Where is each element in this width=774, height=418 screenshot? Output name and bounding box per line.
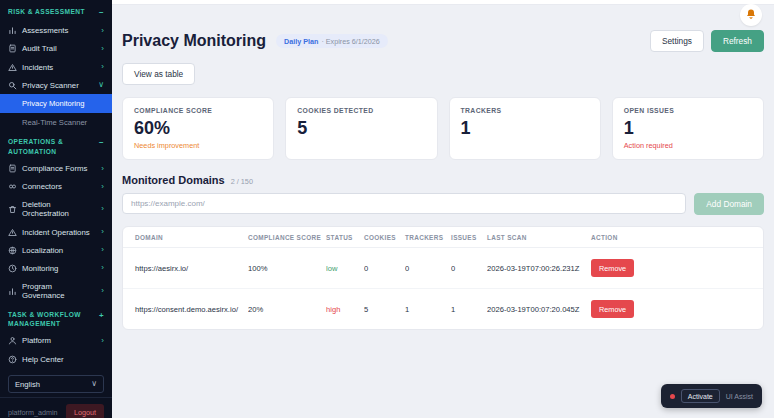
sidebar-footer: platform_admin Logout <box>0 397 112 418</box>
settings-button[interactable]: Settings <box>650 30 704 52</box>
sidebar-item-localization[interactable]: Localization › <box>0 241 112 259</box>
sidebar-item-assessments[interactable]: Assessments › <box>0 22 112 40</box>
section-task-workflow: TASK & WORKFLOW MANAGEMENT + <box>0 305 112 332</box>
page-header: Privacy Monitoring Daily Plan · Expires … <box>122 30 764 52</box>
card-value: 5 <box>297 118 425 139</box>
table-row: https://aesirx.io/ 100% low 0 0 0 2026-0… <box>123 248 763 289</box>
app-root: RISK & ASSESSMENT − Assessments › Audit … <box>0 0 774 418</box>
clock-icon <box>8 264 17 273</box>
sidebar-item-incident-operations[interactable]: Incident Operations › <box>0 223 112 241</box>
collapse-icon[interactable]: − <box>99 7 104 19</box>
sidebar-item-incidents[interactable]: Incidents › <box>0 58 112 76</box>
plan-badge: Daily Plan · Expires 6/1/2026 <box>276 34 388 48</box>
cell-cookies: 5 <box>364 294 405 325</box>
trackers-card: TRACKERS 1 <box>449 97 601 160</box>
sidebar-subitem-privacy-monitoring[interactable]: Privacy Monitoring <box>0 94 112 113</box>
link-icon <box>8 182 17 191</box>
bar-chart-icon <box>8 287 17 296</box>
question-circle-icon <box>8 355 17 364</box>
activate-button[interactable]: Activate <box>681 389 720 403</box>
cell-issues: 1 <box>451 294 487 325</box>
sidebar-item-audit-trail[interactable]: Audit Trail › <box>0 40 112 58</box>
warning-triangle-icon <box>8 63 17 72</box>
chevron-right-icon: › <box>101 264 104 272</box>
add-domain-row: Add Domain <box>122 193 764 215</box>
col-last-scan: LAST SCAN <box>487 227 591 247</box>
compliance-score-card: COMPLIANCE SCORE 60% Needs improvement <box>122 97 274 160</box>
sidebar-item-compliance-forms[interactable]: Compliance Forms › <box>0 159 112 177</box>
chevron-right-icon: › <box>101 63 104 71</box>
section-risk-assessment: RISK & ASSESSMENT − <box>0 2 112 22</box>
monitored-domains-title: Monitored Domains <box>122 174 225 186</box>
status-badge: low <box>326 253 364 284</box>
trash-icon <box>8 205 17 214</box>
add-domain-button[interactable]: Add Domain <box>694 193 764 215</box>
card-value: 1 <box>461 118 589 139</box>
chevron-right-icon: › <box>101 246 104 254</box>
logout-button[interactable]: Logout <box>66 404 104 418</box>
person-icon <box>8 336 17 345</box>
sidebar-item-platform[interactable]: Platform › <box>0 332 112 350</box>
cell-last-scan: 2026-03-19T00:07:20.045Z <box>487 294 591 325</box>
sidebar-item-label: Connectors <box>22 182 62 191</box>
card-note: Needs improvement <box>134 141 262 150</box>
col-domain: DOMAIN <box>123 227 248 247</box>
username: platform_admin <box>8 408 58 417</box>
monitored-domains-header: Monitored Domains 2 / 150 <box>122 174 764 186</box>
status-badge: high <box>326 294 364 325</box>
sidebar-item-label: Localization <box>22 246 63 255</box>
collapse-icon[interactable]: − <box>99 137 104 149</box>
chevron-right-icon: › <box>101 165 104 173</box>
sidebar-item-connectors[interactable]: Connectors › <box>0 178 112 196</box>
chevron-right-icon: › <box>101 27 104 35</box>
header-actions: Settings Refresh <box>650 30 764 52</box>
col-compliance-score: COMPLIANCE SCORE <box>248 227 326 247</box>
cell-trackers: 1 <box>405 294 451 325</box>
chevron-right-icon: › <box>101 183 104 191</box>
open-issues-card: OPEN ISSUES 1 Action required <box>612 97 764 160</box>
sidebar-subitem-real-time-scanner[interactable]: Real-Time Scanner <box>0 113 112 132</box>
globe-icon <box>8 246 17 255</box>
remove-domain-button[interactable]: Remove <box>591 259 634 277</box>
sidebar-item-program-governance[interactable]: Program Governance › <box>0 278 112 305</box>
language-select[interactable]: English ∨ <box>8 375 104 393</box>
ui-assist-widget[interactable]: Activate UI Assist <box>661 384 762 408</box>
cell-score: 100% <box>248 253 326 284</box>
sidebar-item-label: Compliance Forms <box>22 164 87 173</box>
cookies-detected-card: COOKIES DETECTED 5 <box>285 97 437 160</box>
chevron-right-icon: › <box>101 228 104 236</box>
plan-name: Daily Plan <box>284 37 318 46</box>
sidebar-item-label: Assessments <box>22 26 68 35</box>
domains-count: 2 / 150 <box>231 177 253 186</box>
cell-domain: https://consent.demo.aesirx.io/ <box>123 294 248 325</box>
domain-url-input[interactable] <box>122 193 686 214</box>
card-value: 1 <box>624 118 752 139</box>
view-as-table-button[interactable]: View as table <box>122 63 195 85</box>
chevron-down-icon: ∨ <box>98 81 104 89</box>
sidebar-item-deletion-orchestration[interactable]: Deletion Orchestration › <box>0 196 112 223</box>
sidebar-item-label: Platform <box>22 336 51 345</box>
sidebar-item-help-center[interactable]: Help Center <box>0 350 112 368</box>
remove-domain-button[interactable]: Remove <box>591 300 634 318</box>
sidebar-item-privacy-scanner[interactable]: Privacy Scanner ∨ <box>0 76 112 94</box>
expand-icon[interactable]: + <box>99 310 104 322</box>
sidebar-item-label: Program Governance <box>22 282 96 300</box>
notifications-button[interactable] <box>740 4 762 26</box>
sidebar-item-monitoring[interactable]: Monitoring › <box>0 259 112 277</box>
chevron-right-icon: › <box>101 205 104 213</box>
sidebar-item-label: Monitoring <box>22 264 58 273</box>
stats-cards: COMPLIANCE SCORE 60% Needs improvement C… <box>122 97 764 160</box>
chevron-right-icon: › <box>101 45 104 53</box>
table-header-row: DOMAIN COMPLIANCE SCORE STATUS COOKIES T… <box>123 227 763 248</box>
status-dot-icon <box>670 394 675 399</box>
card-label: COMPLIANCE SCORE <box>134 107 262 114</box>
card-value: 60% <box>134 118 262 139</box>
chevron-right-icon: › <box>101 287 104 295</box>
top-bar <box>112 0 774 5</box>
card-label: TRACKERS <box>461 107 589 114</box>
cell-last-scan: 2026-03-19T07:00:26.231Z <box>487 253 591 284</box>
magnifier-icon <box>8 81 17 90</box>
domains-table: DOMAIN COMPLIANCE SCORE STATUS COOKIES T… <box>122 226 764 330</box>
refresh-button[interactable]: Refresh <box>711 30 764 52</box>
bell-icon <box>745 6 757 24</box>
